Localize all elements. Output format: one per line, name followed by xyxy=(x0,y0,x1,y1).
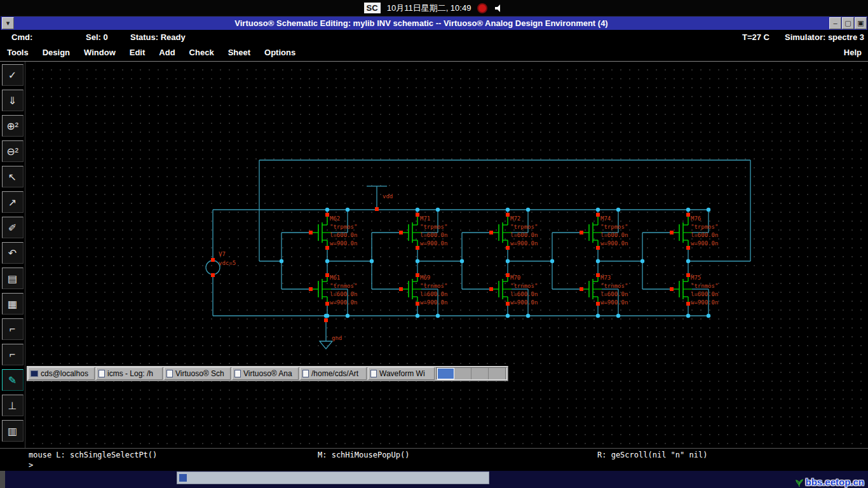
svg-text:"trnmos": "trnmos" xyxy=(330,283,357,289)
gnd-symbol[interactable]: gnd xyxy=(320,316,342,349)
svg-text:M72: M72 xyxy=(510,215,520,222)
menu-design[interactable]: Design xyxy=(36,44,77,57)
panel-red-button[interactable] xyxy=(477,3,487,13)
nmos-M75[interactable] xyxy=(672,275,692,304)
schematic-drawing[interactable]: vddgndV7vdc=5M62"trpmos"l=600.0nw=900.0n… xyxy=(25,62,868,448)
work-area: ✓⇓⊕²⊖²↖↗✐↶▤▦⌐⌐✎⊥▥ vddgndV7vdc=5M62"trpmo… xyxy=(0,62,868,448)
zoom-in-2x-icon[interactable]: ⊕² xyxy=(2,115,24,137)
svg-text:w=900.0n: w=900.0n xyxy=(600,299,628,306)
window-taskbar: cds@localhosicms - Log: /hVirtuoso® SchV… xyxy=(27,366,508,381)
svg-text:M76: M76 xyxy=(691,215,701,222)
save-icon[interactable]: ⇓ xyxy=(2,90,24,111)
svg-text:"trpmos": "trpmos" xyxy=(510,224,538,230)
label-icon[interactable]: ✎ xyxy=(2,369,24,391)
inverter-stage-4[interactable]: M74"trpmos"l=600.0nw=900.0nM73"trnmos"l=… xyxy=(550,208,642,318)
inverter-stage-2[interactable]: M71"trpmos"l=600.0nw=900.0nM69"trnmos"l=… xyxy=(370,208,462,318)
svg-text:w=900.0n: w=900.0n xyxy=(330,299,357,306)
schematic-canvas[interactable]: vddgndV7vdc=5M62"trpmos"l=600.0nw=900.0n… xyxy=(25,62,868,448)
taskbar-button[interactable]: icms - Log: /h xyxy=(96,367,163,380)
property-icon[interactable]: ▤ xyxy=(2,268,24,289)
document-icon xyxy=(166,370,173,377)
workspace-cell[interactable] xyxy=(489,368,506,379)
menu-options[interactable]: Options xyxy=(257,44,302,57)
workspace-cell[interactable] xyxy=(471,368,489,379)
inverter-stage-5[interactable]: M76"trpmos"l=600.0nw=900.0nM75"trnmos"l=… xyxy=(641,208,719,318)
wire-narrow-icon[interactable]: ⌐ xyxy=(2,318,24,340)
minimize-button[interactable]: – xyxy=(829,17,841,29)
vdc-source[interactable]: V7vdc=5 xyxy=(206,210,236,316)
pmos-M76[interactable] xyxy=(672,215,692,248)
cmd-label: Cmd: xyxy=(11,32,32,42)
taskbar-button-label: Virtuoso® Ana xyxy=(243,369,292,378)
inverter-stage-1[interactable]: M62"trpmos"l=600.0nw=900.0nM61"trnmos"l=… xyxy=(280,208,372,318)
taskbar-button[interactable]: cds@localhos xyxy=(28,367,95,380)
svg-text:l=600.0n: l=600.0n xyxy=(510,291,538,297)
speaker-icon[interactable] xyxy=(494,4,504,13)
undo-icon[interactable]: ↶ xyxy=(2,242,24,264)
taskbar-button[interactable]: Virtuoso® Sch xyxy=(164,367,231,380)
stretch-icon[interactable]: ↖ xyxy=(2,166,24,187)
taskbar-button[interactable]: Waveform Wi xyxy=(368,367,435,380)
pmos-M62[interactable] xyxy=(311,215,331,248)
menu-edit[interactable]: Edit xyxy=(123,44,153,57)
terminal-icon xyxy=(31,370,38,377)
nmos-M69[interactable] xyxy=(401,275,421,304)
check-save-icon[interactable]: ✓ xyxy=(2,64,24,86)
workspace-cell[interactable] xyxy=(454,368,471,379)
window-titlebar[interactable]: ▾ Virtuoso® Schematic Editing: mylib INV… xyxy=(1,17,867,30)
pmos-M71[interactable] xyxy=(401,215,421,248)
desktop: SC 10月11日星期二, 10:49 ▾ Virtuoso® Schemati… xyxy=(0,0,868,488)
tool-palette: ✓⇓⊕²⊖²↖↗✐↶▤▦⌐⌐✎⊥▥ xyxy=(0,62,25,448)
svg-text:l=600.0n: l=600.0n xyxy=(420,232,447,238)
maximize-button[interactable]: ▢ xyxy=(842,17,854,29)
taskbar-button-label: cds@localhos xyxy=(41,369,88,378)
menu-window[interactable]: Window xyxy=(77,44,123,57)
svg-text:"trnmos": "trnmos" xyxy=(510,283,538,289)
pin-icon[interactable]: ⊥ xyxy=(2,395,24,416)
copy-icon[interactable]: ↗ xyxy=(2,191,24,213)
svg-text:l=600.0n: l=600.0n xyxy=(420,291,447,297)
nets[interactable] xyxy=(213,160,750,318)
vdd-symbol[interactable]: vdd xyxy=(367,186,393,211)
taskbar-button[interactable]: /home/cds/Art xyxy=(300,367,367,380)
menu-help[interactable]: Help xyxy=(844,48,862,57)
svg-text:"trpmos": "trpmos" xyxy=(330,224,357,230)
menu-check[interactable]: Check xyxy=(182,44,221,57)
svg-text:l=600.0n: l=600.0n xyxy=(510,232,538,238)
svg-text:V7: V7 xyxy=(219,251,226,257)
simulator-readout: Simulator: spectre xyxy=(785,32,857,42)
taskbar-button-label: icms - Log: /h xyxy=(107,369,153,378)
nmos-M70[interactable] xyxy=(491,275,512,304)
workspace-pager[interactable] xyxy=(436,367,507,380)
workspace-cell[interactable] xyxy=(437,368,454,379)
input-method-indicator[interactable]: SC xyxy=(364,3,381,13)
nmos-M73[interactable] xyxy=(581,275,602,304)
menu-add[interactable]: Add xyxy=(152,44,182,57)
svg-text:l=600.0n: l=600.0n xyxy=(691,232,718,238)
svg-text:l=600.0n: l=600.0n xyxy=(330,291,357,297)
close-button[interactable]: ▣ xyxy=(855,17,867,29)
document-icon xyxy=(370,370,377,377)
inverter-stage-3[interactable]: M72"trpmos"l=600.0nw=900.0nM70"trnmos"l=… xyxy=(460,208,552,318)
instance-icon[interactable]: ▦ xyxy=(2,293,24,315)
menu-sheet[interactable]: Sheet xyxy=(221,44,257,57)
cli-prompt[interactable]: > xyxy=(0,460,868,471)
menu-items: ToolsDesignWindowEditAddCheckSheetOption… xyxy=(0,48,302,57)
background-window-edge[interactable] xyxy=(177,471,489,484)
window-menu-button[interactable]: ▾ xyxy=(2,17,14,29)
cmdline-icon[interactable]: ▥ xyxy=(2,420,24,442)
env-number: 3 xyxy=(860,32,864,42)
svg-text:"trnmos": "trnmos" xyxy=(691,283,718,289)
svg-text:w=900.0n: w=900.0n xyxy=(691,240,718,247)
pmos-M74[interactable] xyxy=(581,215,602,248)
svg-text:l=600.0n: l=600.0n xyxy=(600,232,628,238)
svg-text:w=900.0n: w=900.0n xyxy=(600,240,628,247)
taskbar-button[interactable]: Virtuoso® Ana xyxy=(232,367,299,380)
nmos-M61[interactable] xyxy=(311,275,331,304)
menu-tools[interactable]: Tools xyxy=(0,44,36,57)
zoom-out-2x-icon[interactable]: ⊖² xyxy=(2,140,24,162)
pmos-M72[interactable] xyxy=(491,215,512,248)
wire-wide-icon[interactable]: ⌐ xyxy=(2,344,24,365)
delete-icon[interactable]: ✐ xyxy=(2,217,24,238)
svg-text:w=900.0n: w=900.0n xyxy=(510,240,538,247)
